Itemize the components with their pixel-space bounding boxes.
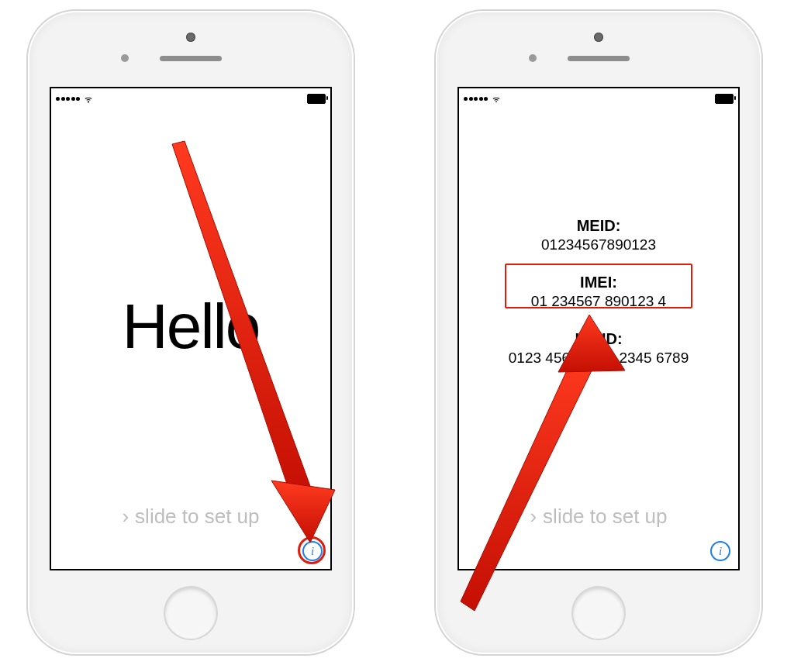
phone-speaker <box>568 56 630 61</box>
screen-right: MEID: 01234567890123 IMEI: 01 234567 890… <box>457 87 740 570</box>
phone-speaker <box>160 56 222 61</box>
phone-left: Hello › slide to set up i <box>28 11 354 654</box>
status-bar <box>464 91 734 105</box>
slide-label: slide to set up <box>135 505 259 529</box>
home-button[interactable] <box>165 588 216 639</box>
phone-right: MEID: 01234567890123 IMEI: 01 234567 890… <box>436 11 761 654</box>
device-info-block: MEID: 01234567890123 IMEI: 01 234567 890… <box>459 202 738 367</box>
battery-icon <box>307 94 326 104</box>
chevron-right-icon: › <box>122 505 129 529</box>
signal-dots-icon <box>464 97 488 101</box>
slide-label: slide to set up <box>543 505 667 529</box>
imei-label: IMEI: <box>459 274 738 291</box>
signal-dots-icon <box>56 97 80 101</box>
chevron-right-icon: › <box>530 505 537 529</box>
slide-to-setup[interactable]: › slide to set up <box>51 505 330 529</box>
iccid-value: 0123 4567 8901 2345 6789 <box>459 350 738 367</box>
screen-left: Hello › slide to set up i <box>50 87 332 570</box>
slide-to-setup[interactable]: › slide to set up <box>459 505 738 529</box>
battery-icon <box>715 94 734 104</box>
phone-sensor <box>529 54 537 62</box>
home-button[interactable] <box>573 588 624 639</box>
svg-point-1 <box>495 101 497 102</box>
phone-camera <box>186 33 195 42</box>
wifi-icon <box>491 94 502 103</box>
iccid-label: ICCID: <box>459 330 738 348</box>
info-icon[interactable]: i <box>302 541 323 561</box>
imei-value: 01 234567 890123 4 <box>459 293 738 310</box>
wifi-icon <box>83 94 94 103</box>
status-bar <box>56 91 326 105</box>
meid-value: 01234567890123 <box>459 236 738 253</box>
phone-camera <box>594 33 603 42</box>
info-icon[interactable]: i <box>710 541 730 561</box>
svg-point-0 <box>88 101 89 102</box>
meid-label: MEID: <box>459 217 738 235</box>
phone-sensor <box>121 54 129 62</box>
hello-text: Hello <box>51 290 330 363</box>
diagram-canvas: Hello › slide to set up i <box>0 0 794 672</box>
